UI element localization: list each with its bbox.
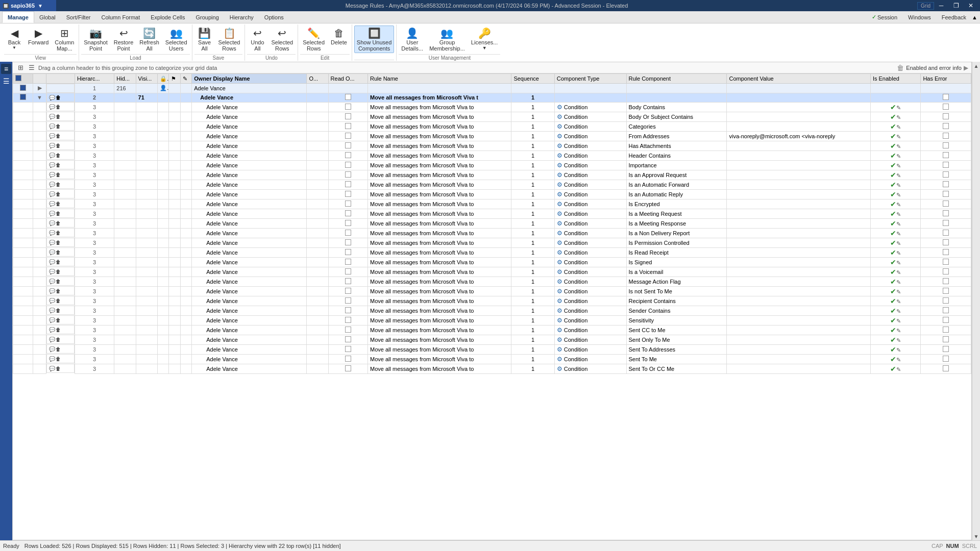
readonly-cell[interactable]	[328, 354, 368, 364]
col-readonly-header[interactable]: Read O...	[328, 74, 368, 84]
haserr-checkbox[interactable]	[943, 181, 949, 187]
row-expand-cell[interactable]	[33, 180, 46, 189]
haserr-checkbox[interactable]	[943, 307, 949, 313]
readonly-cell[interactable]	[328, 344, 368, 354]
row-check-cell[interactable]	[13, 170, 33, 180]
tab-manage[interactable]: Manage	[2, 11, 34, 23]
column-map-button[interactable]: ⊞ Column Map...	[52, 26, 77, 53]
delete-row-icon[interactable]: 🗑	[56, 114, 61, 119]
edit-icon[interactable]: ✎	[896, 269, 901, 276]
col-haserr-header[interactable]: Has Error	[921, 74, 971, 84]
row-expand-cell[interactable]	[33, 131, 46, 141]
readonly-cell[interactable]	[328, 84, 368, 93]
licenses-button[interactable]: 🔑 Licenses... ▼	[469, 26, 501, 52]
col-comptype-header[interactable]: Component Type	[554, 74, 626, 84]
readonly-cell[interactable]	[328, 141, 368, 151]
edit-selected-button[interactable]: ✏️ Selected Rows	[300, 26, 327, 53]
readonly-checkbox[interactable]	[345, 94, 351, 100]
scroll-down-arrow[interactable]: ▼	[972, 532, 981, 540]
delete-row-icon[interactable]: 🗑	[56, 337, 61, 342]
tab-grouping[interactable]: Grouping	[191, 11, 225, 23]
row-check-cell[interactable]	[13, 364, 33, 373]
row-expand-cell[interactable]	[33, 277, 46, 286]
col-order-header[interactable]: O...	[307, 74, 328, 84]
readonly-cell[interactable]	[328, 180, 368, 189]
row-check-cell[interactable]	[13, 354, 33, 364]
row-expand-cell[interactable]	[33, 296, 46, 306]
row-expand-cell[interactable]	[33, 344, 46, 354]
readonly-checkbox[interactable]	[345, 220, 351, 226]
readonly-checkbox[interactable]	[345, 278, 351, 284]
row-check-cell[interactable]	[13, 228, 33, 238]
haserr-checkbox[interactable]	[943, 239, 949, 245]
col-hid-header[interactable]: Hid...	[114, 74, 136, 84]
row-expand-cell[interactable]	[33, 141, 46, 151]
delete-row-icon[interactable]: 🗑	[56, 298, 61, 304]
selected-users-button[interactable]: 👥 Selected Users	[163, 26, 190, 53]
readonly-cell[interactable]	[328, 209, 368, 218]
haserr-checkbox[interactable]	[943, 191, 949, 197]
delete-row-icon[interactable]: 🗑	[56, 172, 61, 178]
row-check-cell[interactable]	[13, 141, 33, 151]
row-check-cell[interactable]	[13, 286, 33, 296]
readonly-checkbox[interactable]	[345, 336, 351, 342]
col-visi-header[interactable]: Visi...	[136, 74, 157, 84]
message-icon[interactable]: 💬	[49, 162, 55, 168]
edit-icon[interactable]: ✎	[896, 211, 901, 217]
row-expand-cell[interactable]: ▼	[33, 93, 46, 102]
col-compval-header[interactable]: Component Value	[727, 74, 870, 84]
message-icon[interactable]: 💬	[49, 95, 55, 101]
haserr-checkbox[interactable]	[943, 249, 949, 255]
haserr-checkbox[interactable]	[943, 133, 949, 139]
haserr-checkbox[interactable]	[943, 288, 949, 294]
readonly-cell[interactable]	[328, 112, 368, 121]
message-icon[interactable]: 💬	[49, 308, 55, 313]
show-unused-button[interactable]: 🔲 Show Unused Components	[354, 26, 395, 53]
delete-row-icon[interactable]: 🗑	[56, 220, 61, 226]
edit-icon[interactable]: ✎	[896, 318, 901, 324]
haserr-checkbox[interactable]	[943, 356, 949, 362]
edit-icon[interactable]: ✎	[896, 172, 901, 179]
readonly-checkbox[interactable]	[345, 152, 351, 158]
row-expand-cell[interactable]	[33, 238, 46, 247]
message-icon[interactable]: 💬	[49, 288, 55, 294]
haserr-checkbox[interactable]	[943, 162, 949, 168]
readonly-checkbox[interactable]	[345, 239, 351, 245]
row-expand-cell[interactable]	[33, 228, 46, 238]
message-icon[interactable]: 💬	[49, 133, 55, 139]
delete-row-icon[interactable]: 🗑	[56, 211, 61, 216]
delete-row-icon[interactable]: 🗑	[56, 279, 61, 284]
tab-windows[interactable]: Windows	[903, 11, 937, 23]
row-expand-cell[interactable]	[33, 189, 46, 199]
row-expand-cell[interactable]	[33, 306, 46, 315]
readonly-checkbox[interactable]	[345, 133, 351, 139]
message-icon[interactable]: 💬	[49, 172, 55, 178]
close-button[interactable]: ✕	[964, 1, 978, 11]
tab-global[interactable]: Global	[34, 11, 61, 23]
message-icon[interactable]: 💬	[49, 114, 55, 119]
edit-icon[interactable]: ✎	[896, 192, 901, 198]
grid-table-container[interactable]: Hierarc... Hid... Visi... 🔒 ⚑ ✎ Owner Di…	[13, 73, 971, 540]
edit-icon[interactable]: ✎	[896, 260, 901, 266]
row-check-cell[interactable]	[13, 306, 33, 315]
message-icon[interactable]: 💬	[49, 356, 55, 362]
readonly-cell[interactable]	[328, 160, 368, 170]
row-expand-cell[interactable]	[33, 218, 46, 228]
delete-row-icon[interactable]: 🗑	[56, 133, 61, 139]
delete-row-icon[interactable]: 🗑	[56, 308, 61, 313]
tab-hierarchy[interactable]: Hierarchy	[225, 11, 259, 23]
message-icon[interactable]: 💬	[49, 249, 55, 255]
edit-icon[interactable]: ✎	[896, 289, 901, 295]
tab-column[interactable]: Column Format	[96, 11, 145, 23]
message-icon[interactable]: 💬	[49, 230, 55, 236]
message-icon[interactable]: 💬	[49, 298, 55, 304]
readonly-checkbox[interactable]	[345, 181, 351, 187]
edit-icon[interactable]: ✎	[896, 202, 901, 208]
row-check-cell[interactable]	[13, 218, 33, 228]
system-menu[interactable]: ▼	[38, 3, 43, 9]
row-checkbox[interactable]	[20, 94, 26, 100]
message-icon[interactable]: 💬	[49, 211, 55, 216]
edit-icon[interactable]: ✎	[896, 124, 901, 130]
row-check-cell[interactable]	[13, 335, 33, 344]
haserr-checkbox[interactable]	[943, 336, 949, 342]
